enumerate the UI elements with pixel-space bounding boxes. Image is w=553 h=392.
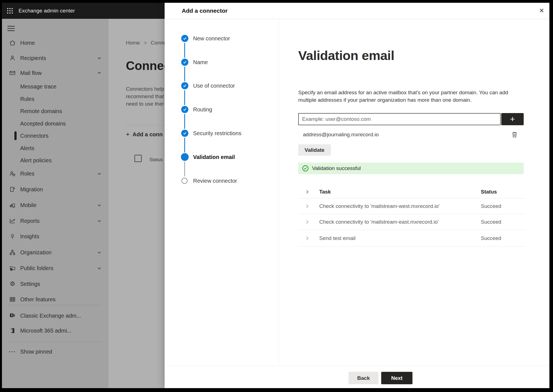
sidebar-item-other-features[interactable]: Other features: [2, 293, 108, 305]
sidebar-item-classic-exchange-admin[interactable]: E Classic Exchange adm...: [2, 310, 108, 322]
validation-success-banner: Validation successful: [298, 163, 524, 174]
expand-row-chevron-icon[interactable]: [305, 236, 310, 241]
breadcrumb-home-link[interactable]: Home: [126, 40, 140, 46]
table-row: Send test email Succeed: [298, 230, 526, 247]
step-connector-line: [184, 43, 185, 58]
sidebar-item-label: Connectors: [20, 133, 48, 139]
add-connector-label: Add a conn: [133, 131, 163, 138]
sidebar-item-public-folders[interactable]: Public folders: [2, 262, 108, 274]
close-icon[interactable]: ✕: [537, 6, 546, 15]
step-label-name: Name: [193, 58, 208, 66]
select-all-checkbox[interactable]: [134, 155, 142, 162]
success-check-icon: [302, 165, 309, 172]
step-label-review-connector: Review connector: [193, 177, 237, 185]
sidebar-item-label: Reports: [20, 218, 40, 224]
table-grid-icon: [9, 296, 16, 303]
microsoft-365-logo-icon: [9, 327, 16, 334]
step-complete-icon: [181, 82, 188, 89]
sidebar-item-alerts[interactable]: Alerts: [2, 142, 108, 154]
sidebar-item-organization[interactable]: Organization: [2, 246, 108, 258]
sidebar-divider: [9, 342, 102, 342]
panel-footer-divider: [165, 366, 549, 366]
org-chart-icon: [9, 249, 16, 256]
hamburger-icon[interactable]: [7, 25, 15, 32]
home-icon: [9, 40, 16, 46]
stepper-divider: [279, 19, 279, 366]
status-cell: Succeed: [481, 219, 501, 225]
step-connector-line: [184, 161, 185, 176]
plus-icon: +: [510, 115, 515, 123]
sidebar-item-migration[interactable]: Migration: [2, 183, 108, 195]
step-complete-icon: [181, 35, 188, 42]
screen: Exchange admin center Home Recipients Ma…: [2, 3, 549, 388]
table-row: Check connectivity to 'mailstream-east.m…: [298, 214, 526, 230]
reports-icon: [9, 218, 16, 224]
sidebar-item-microsoft-365-admin[interactable]: Microsoft 365 admi...: [2, 325, 108, 337]
step-connector-line: [184, 90, 185, 105]
sidebar-item-recipients[interactable]: Recipients: [2, 52, 108, 64]
step-complete-icon: [181, 130, 188, 137]
status-column-header: Status: [149, 157, 163, 163]
step-label-new-connector: New connector: [193, 35, 230, 42]
sidebar-item-roles[interactable]: Roles: [2, 168, 108, 180]
folder-globe-icon: [9, 265, 16, 271]
sidebar-item-mobile[interactable]: Mobile: [2, 199, 108, 211]
sidebar-item-message-trace[interactable]: Message trace: [2, 80, 108, 93]
roles-icon: [9, 170, 16, 177]
table-row: Check connectivity to 'mailstream-west.m…: [298, 198, 526, 214]
chevron-down-icon: [97, 250, 102, 255]
sidebar-item-label: Other features: [20, 296, 56, 303]
lightbulb-icon: [9, 233, 16, 240]
intro-line: need to use ther: [126, 101, 164, 107]
step-connector-line: [184, 114, 185, 129]
sidebar-item-home[interactable]: Home: [2, 37, 108, 49]
validate-button[interactable]: Validate: [298, 144, 331, 156]
breadcrumb-separator-icon: >: [144, 40, 147, 46]
step-upcoming-icon: [181, 178, 188, 184]
step-page-title: Validation email: [298, 48, 394, 63]
sidebar-item-remote-domains[interactable]: Remote domains: [2, 105, 108, 117]
add-connector-panel: Add a connector ✕ New connector Name Use…: [165, 3, 549, 388]
back-button[interactable]: Back: [349, 372, 378, 384]
mail-icon: [9, 70, 16, 76]
step-description: Specify an email address for an active m…: [298, 89, 549, 104]
sidebar-item-settings[interactable]: ⚙ Settings: [2, 278, 108, 290]
status-column-header: Status: [481, 189, 497, 195]
add-connector-button[interactable]: + Add a conn: [126, 130, 163, 138]
delete-address-button[interactable]: [510, 130, 519, 139]
app-launcher-icon[interactable]: [6, 7, 14, 14]
next-button[interactable]: Next: [381, 372, 412, 384]
ellipsis-icon: ···: [9, 348, 16, 355]
sidebar-item-show-pinned[interactable]: ··· Show pinned: [2, 346, 108, 358]
sidebar-item-label: Remote domains: [20, 108, 62, 114]
email-address-input[interactable]: [298, 113, 501, 125]
person-icon: [9, 55, 16, 61]
sidebar-item-label: Message trace: [20, 83, 56, 90]
step-connector-line: [184, 67, 185, 81]
sidebar-item-insights[interactable]: Insights: [2, 230, 108, 242]
sidebar-item-accepted-domains[interactable]: Accepted domains: [2, 117, 108, 130]
mobile-icon: [9, 202, 16, 208]
task-column-header: Task: [319, 189, 331, 195]
sidebar-item-label: Migration: [20, 186, 43, 193]
trash-icon: [512, 131, 518, 138]
sidebar-item-alert-policies[interactable]: Alert policies: [2, 154, 108, 166]
sidebar-item-connectors[interactable]: Connectors: [2, 130, 108, 142]
migration-icon: [9, 186, 16, 193]
status-cell: Succeed: [481, 235, 501, 241]
sidebar-item-label: Insights: [20, 233, 39, 240]
sidebar-item-reports[interactable]: Reports: [2, 215, 108, 227]
app-title: Exchange admin center: [19, 8, 75, 14]
sidebar-item-rules[interactable]: Rules: [2, 93, 108, 105]
chevron-down-icon: [97, 266, 102, 271]
banner-text: Validation successful: [312, 165, 361, 171]
step-label-security-restrictions: Security restrictions: [193, 129, 242, 137]
sidebar-item-label: Microsoft 365 admi...: [20, 328, 72, 334]
sidebar-item-mail-flow[interactable]: Mail flow: [2, 67, 108, 79]
add-address-button[interactable]: +: [501, 113, 524, 125]
step-label-routing: Routing: [193, 106, 212, 113]
chevron-down-icon: [97, 171, 102, 176]
expand-row-chevron-icon[interactable]: [305, 203, 310, 209]
sidebar-divider: [9, 305, 102, 305]
expand-row-chevron-icon[interactable]: [305, 219, 310, 225]
